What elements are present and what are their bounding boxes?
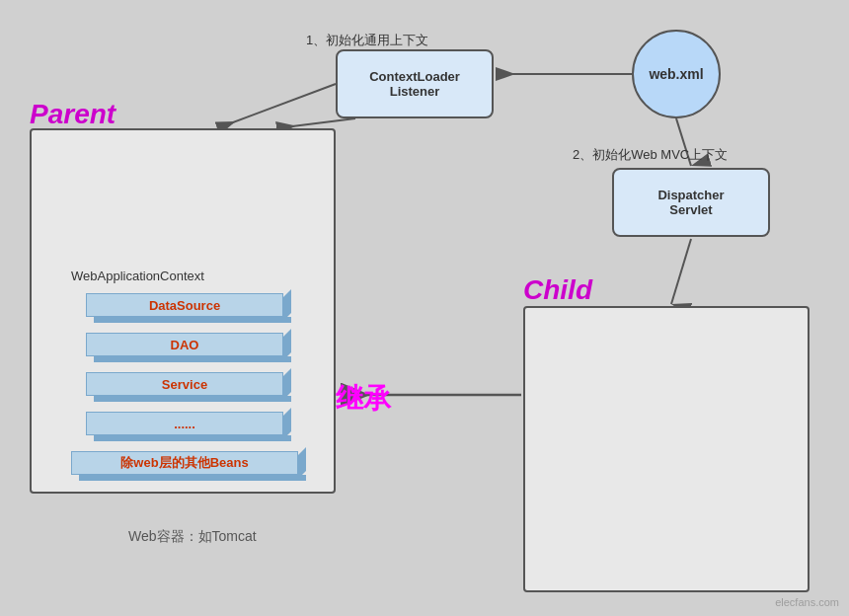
watermark: elecfans.com [775, 596, 839, 608]
parent-label: Parent [30, 99, 116, 130]
dispatcher-label: DispatcherServlet [657, 188, 724, 217]
dots-front: ...... [86, 412, 283, 435]
inherit-label: 继承 [336, 380, 391, 418]
main-container: 1、初始化通用上下文 web.xml ContextLoaderListener… [0, 0, 849, 616]
service-front: Service [86, 372, 283, 396]
contextloader-box: ContextLoaderListener [336, 49, 494, 118]
step2-label: 2、初始化Web MVC上下文 [573, 146, 728, 164]
webxml-circle: web.xml [632, 30, 721, 118]
parent-blocks: DataSource DAO Service ...... [71, 293, 298, 479]
child-box: Controller HandlerMapping HandlerAdapter… [523, 306, 810, 592]
otherbeans-front: 除web层的其他Beans [71, 451, 298, 475]
step1-label: 1、初始化通用上下文 [306, 32, 428, 49]
webapp-context-label: WebApplicationContext [71, 269, 204, 283]
datasource-front: DataSource [86, 293, 283, 317]
datasource-side-bottom [94, 317, 291, 323]
contextloader-label: ContextLoaderListener [369, 69, 460, 99]
otherbeans-side-bottom [79, 475, 306, 481]
parent-block-dao: DAO [86, 333, 283, 360]
dao-side-bottom [94, 356, 291, 362]
dots-side-bottom [94, 435, 291, 441]
parent-block-dots: ...... [86, 412, 283, 439]
webxml-label: web.xml [649, 66, 703, 82]
webcontainer-label: Web容器：如Tomcat [128, 528, 257, 546]
dao-front: DAO [86, 333, 283, 356]
svg-line-5 [217, 84, 336, 128]
dispatcher-box: DispatcherServlet [612, 168, 770, 237]
parent-box: WebApplicationContext DataSource DAO Ser… [30, 128, 336, 494]
child-label: Child [523, 274, 592, 306]
parent-block-otherbeans: 除web层的其他Beans [71, 451, 298, 479]
service-side-bottom [94, 396, 291, 402]
parent-block-service: Service [86, 372, 283, 400]
svg-line-7 [671, 239, 691, 304]
parent-block-datasource: DataSource [86, 293, 283, 321]
